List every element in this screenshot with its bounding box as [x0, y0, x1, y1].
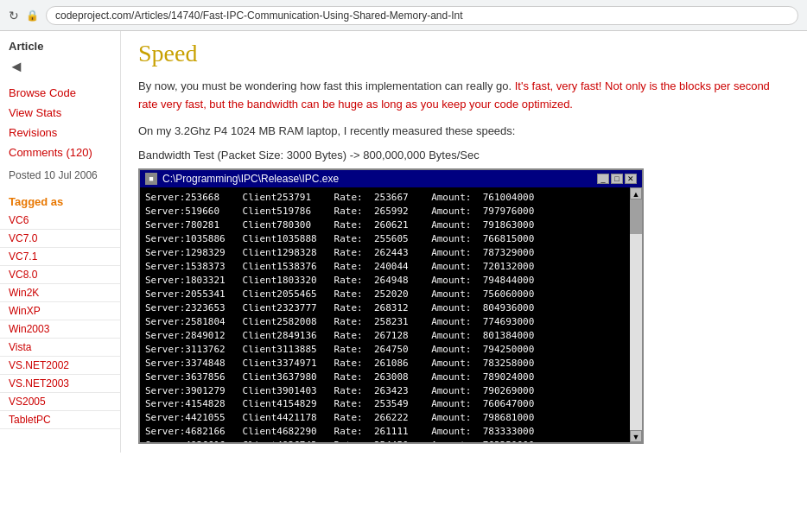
- terminal-minimize-btn[interactable]: _: [597, 174, 609, 184]
- terminal-close-btn[interactable]: ✕: [625, 174, 637, 184]
- terminal-scrollbar[interactable]: ▲ ▼: [630, 187, 642, 442]
- page-layout: Article ◄ Browse Code View Stats Revisio…: [0, 31, 807, 453]
- scroll-track: [630, 200, 642, 430]
- scroll-down-arrow[interactable]: ▼: [630, 430, 642, 442]
- terminal-icon: ■: [145, 173, 157, 185]
- browser-bar: ↻ 🔒: [0, 0, 807, 31]
- sidebar: Article ◄ Browse Code View Stats Revisio…: [0, 31, 121, 453]
- bandwidth-label: Bandwidth Test (Packet Size: 3000 Bytes)…: [138, 149, 790, 162]
- sidebar-link-browse-code[interactable]: Browse Code: [0, 83, 120, 103]
- scroll-thumb[interactable]: [630, 200, 642, 234]
- sidebar-tag-vs2005[interactable]: VS2005: [0, 393, 120, 411]
- terminal-restore-btn[interactable]: □: [611, 174, 623, 184]
- sidebar-tag-vsnet2002[interactable]: VS.NET2002: [0, 357, 120, 375]
- terminal-titlebar: ■ C:\Programming\IPC\Release\IPC.exe _ □…: [140, 170, 642, 187]
- terminal-controls: _ □ ✕: [597, 174, 637, 184]
- url-bar[interactable]: [46, 6, 798, 25]
- terminal-text: Server:253668 Client253791 Rate: 253667 …: [145, 191, 637, 442]
- terminal-window: ■ C:\Programming\IPC\Release\IPC.exe _ □…: [138, 168, 644, 444]
- sidebar-article-title: Article: [0, 31, 120, 58]
- intro-highlight: It's fast, very fast! Not only is the bl…: [138, 79, 770, 111]
- sidebar-tag-tabletpc[interactable]: TabletPC: [0, 411, 120, 429]
- sidebar-tag-vc6[interactable]: VC6: [0, 212, 120, 230]
- terminal-title-left: ■ C:\Programming\IPC\Release\IPC.exe: [145, 173, 339, 185]
- sidebar-link-revisions[interactable]: Revisions: [0, 123, 120, 142]
- sidebar-link-view-stats[interactable]: View Stats: [0, 103, 120, 123]
- scroll-up-arrow[interactable]: ▲: [630, 187, 642, 200]
- intro-paragraph: By now, you must be wondering how fast t…: [138, 78, 790, 114]
- lock-icon: 🔒: [26, 10, 39, 22]
- terminal-content-area: Server:253668 Client253791 Rate: 253667 …: [140, 187, 642, 442]
- sidebar-tag-winxp[interactable]: WinXP: [0, 302, 120, 320]
- sidebar-tag-win2003[interactable]: Win2003: [0, 320, 120, 339]
- main-content: Speed By now, you must be wondering how …: [121, 31, 807, 453]
- sidebar-tagged-title: Tagged as: [0, 188, 120, 212]
- sidebar-tag-vc71[interactable]: VC7.1: [0, 248, 120, 266]
- section-title: Speed: [138, 40, 790, 67]
- back-arrow: ◄: [0, 58, 120, 76]
- refresh-icon[interactable]: ↻: [9, 9, 19, 22]
- sidebar-tag-vc80[interactable]: VC8.0: [0, 266, 120, 284]
- sidebar-tag-vc70[interactable]: VC7.0: [0, 230, 120, 248]
- terminal-body: Server:253668 Client253791 Rate: 253667 …: [140, 187, 642, 442]
- speed-paragraph: On my 3.2Ghz P4 1024 MB RAM laptop, I re…: [138, 123, 790, 141]
- sidebar-posted: Posted 10 Jul 2006: [0, 162, 120, 188]
- sidebar-tag-vista[interactable]: Vista: [0, 339, 120, 357]
- sidebar-tag-vsnet2003[interactable]: VS.NET2003: [0, 375, 120, 393]
- terminal-title: C:\Programming\IPC\Release\IPC.exe: [162, 173, 339, 185]
- sidebar-link-comments[interactable]: Comments (120): [0, 142, 120, 162]
- sidebar-tag-win2k[interactable]: Win2K: [0, 284, 120, 302]
